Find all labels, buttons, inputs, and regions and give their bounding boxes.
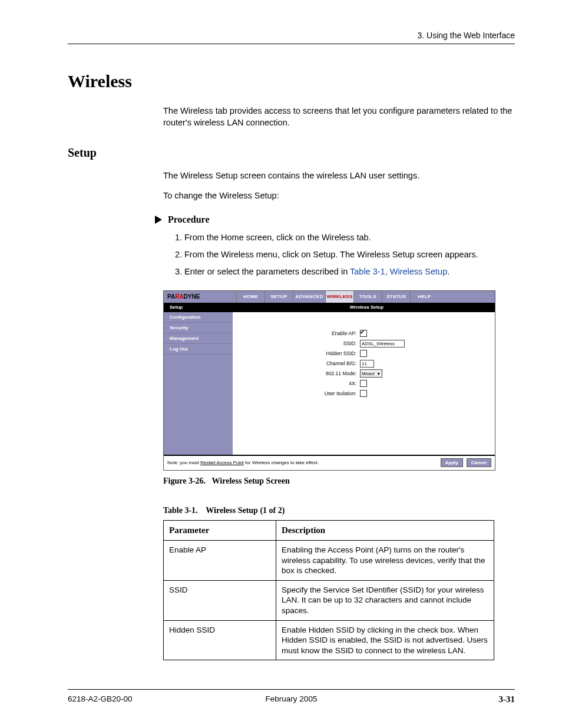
step-1: From the Home screen, click on the Wirel… <box>184 232 515 243</box>
footer-date: February 2005 <box>217 694 366 704</box>
blackbar-left: Setup <box>164 303 239 312</box>
triangle-icon <box>155 216 162 224</box>
setup-paragraph-2: To change the Wireless Setup: <box>163 190 515 202</box>
parameters-table: Parameter Description Enable AP Enabling… <box>163 520 494 660</box>
tab-wireless[interactable]: WIRELESS <box>325 291 353 303</box>
checkbox-user-isolation[interactable] <box>360 390 367 397</box>
blackbar-title: Wireless Setup <box>239 303 495 312</box>
tab-tools[interactable]: TOOLS <box>353 291 382 303</box>
input-ssid[interactable]: ADSL_Wireless <box>360 340 405 348</box>
sidebar-item-management[interactable]: Management <box>164 333 233 344</box>
label-channel: Channel B/G: <box>239 360 360 366</box>
apply-button[interactable]: Apply <box>441 458 463 467</box>
col-description: Description <box>276 520 494 541</box>
footer-page: 3-31 <box>366 694 515 704</box>
table-xref-link[interactable]: Table 3-1, Wireless Setup <box>350 267 447 276</box>
table-row: Enable AP Enabling the Access Point (AP)… <box>164 541 494 581</box>
tab-home[interactable]: HOME <box>236 291 265 303</box>
label-ssid: SSID: <box>239 340 360 346</box>
label-enable-ap: Enable AP: <box>239 330 360 336</box>
tab-help[interactable]: HELP <box>410 291 438 303</box>
table-row: Hidden SSID Enable Hidden SSID by clicki… <box>164 620 494 660</box>
step-3-tail: . <box>447 267 449 276</box>
tab-advanced[interactable]: ADVANCED <box>293 291 325 303</box>
wireless-setup-screenshot: PARADYNE HOME SETUP ADVANCED WIRELESS TO… <box>163 290 495 471</box>
figure-caption: Figure 3-26. Wireless Setup Screen <box>163 476 515 486</box>
chevron-down-icon: ▼ <box>376 372 381 376</box>
cancel-button[interactable]: Cancel <box>467 458 491 467</box>
checkbox-4x[interactable] <box>360 380 367 387</box>
brand-logo: PARADYNE <box>164 291 236 303</box>
label-4x: 4X: <box>239 380 360 386</box>
footer-doc-id: 6218-A2-GB20-00 <box>68 694 217 704</box>
restart-ap-link[interactable]: Restart Access Point <box>200 460 244 465</box>
footer-note: Note: you must Restart Access Point for … <box>167 460 437 465</box>
intro-paragraph: The Wireless tab provides access to scre… <box>163 105 515 128</box>
label-hidden-ssid: Hidden SSID: <box>239 350 360 356</box>
step-2: From the Wireless menu, click on Setup. … <box>184 249 515 260</box>
col-parameter: Parameter <box>164 520 276 541</box>
section-heading: Setup <box>68 146 515 160</box>
table-caption: Table 3-1. Wireless Setup (1 of 2) <box>163 506 515 515</box>
checkbox-hidden-ssid[interactable] <box>360 350 367 357</box>
checkbox-enable-ap[interactable] <box>360 330 367 337</box>
sidebar-item-security[interactable]: Security <box>164 323 233 333</box>
tab-setup[interactable]: SETUP <box>265 291 293 303</box>
tab-status[interactable]: STATUS <box>382 291 410 303</box>
sidebar-item-configuration[interactable]: Configuration <box>164 312 233 323</box>
label-user-isolation: User Isolation: <box>239 391 360 396</box>
sidebar-item-logout[interactable]: Log Out <box>164 344 233 355</box>
page-title: Wireless <box>68 71 515 91</box>
step-3-text: Enter or select the parameters described… <box>184 267 350 276</box>
select-mode[interactable]: Mixed▼ <box>360 369 382 378</box>
label-mode: 802.11 Mode: <box>239 370 360 376</box>
running-header: 3. Using the Web Interface <box>68 31 515 44</box>
step-3: Enter or select the parameters described… <box>184 266 515 277</box>
procedure-label: Procedure <box>168 214 210 225</box>
input-channel[interactable]: 11 <box>360 360 374 368</box>
table-row: SSID Specify the Service Set IDentifier … <box>164 580 494 620</box>
setup-paragraph-1: The Wireless Setup screen contains the w… <box>163 170 515 182</box>
